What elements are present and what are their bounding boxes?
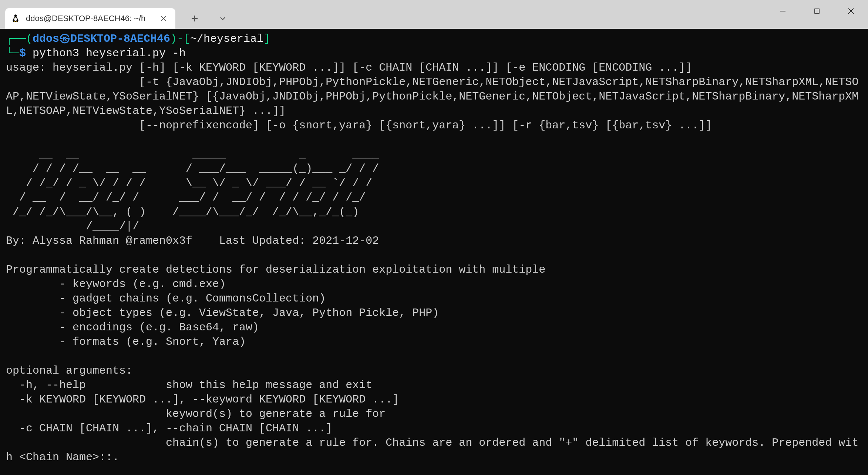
new-tab-button[interactable]: [187, 11, 202, 26]
prompt-host: DESKTOP-8AECH46: [70, 33, 170, 45]
opt-line: -k KEYWORD [KEYWORD ...], --keyword KEYW…: [6, 393, 862, 407]
prompt-user: ddos: [33, 33, 59, 45]
opt-header: optional arguments:: [6, 364, 862, 378]
tux-icon: [10, 13, 21, 24]
prompt-end: ]: [263, 33, 270, 45]
maximize-button[interactable]: [800, 0, 834, 22]
desc-bullet: - encodings (e.g. Base64, raw): [6, 320, 862, 335]
desc-bullet: - gadget chains (e.g. CommonsCollection): [6, 292, 862, 306]
tab-controls: [187, 11, 230, 26]
svg-rect-3: [815, 9, 819, 13]
svg-point-0: [14, 16, 15, 17]
desc-bullet: - keywords (e.g. cmd.exe): [6, 277, 862, 292]
desc-bullet: - formats (e.g. Snort, Yara): [6, 335, 862, 349]
tab-active[interactable]: ddos@DESKTOP-8AECH46: ~/h: [5, 8, 175, 29]
tab-title: ddos@DESKTOP-8AECH46: ~/h: [26, 14, 152, 23]
prompt-sep: ㉿: [59, 33, 70, 45]
prompt-close: )-[: [170, 33, 190, 45]
opt-line: -h, --help show this help message and ex…: [6, 378, 862, 393]
opt-line: -c CHAIN [CHAIN ...], --chain CHAIN [CHA…: [6, 421, 862, 436]
usage-text: usage: heyserial.py [-h] [-k KEYWORD [KE…: [6, 61, 862, 133]
desc-intro: Programmatically create detections for d…: [6, 263, 862, 277]
svg-point-2: [14, 17, 17, 21]
prompt-dollar: $: [19, 47, 33, 60]
blank2: [6, 248, 862, 263]
minimize-button[interactable]: [766, 0, 800, 22]
tab-dropdown-button[interactable]: [215, 11, 230, 26]
prompt-path: ~/heyserial: [190, 33, 263, 45]
opt-line: chain(s) to generate a rule for. Chains …: [6, 436, 862, 465]
desc-bullet: - object types (e.g. ViewState, Java, Py…: [6, 306, 862, 320]
window-controls: [766, 0, 868, 29]
terminal-body[interactable]: ┌──(ddos㉿DESKTOP-8AECH46)-[~/heyserial] …: [0, 29, 868, 475]
blank1: [6, 133, 862, 147]
byline: By: Alyssa Rahman @ramen0x3f Last Update…: [6, 234, 862, 248]
blank3: [6, 349, 862, 364]
prompt-line2: └─: [6, 47, 19, 60]
prompt-decor: ┌──(: [6, 33, 33, 45]
titlebar: ddos@DESKTOP-8AECH46: ~/h: [0, 0, 868, 29]
ascii-banner: __ __ _____ _ ____ / / / /__ __ __ / ___…: [6, 147, 862, 234]
svg-point-1: [16, 16, 17, 17]
opt-line: keyword(s) to generate a rule for: [6, 407, 862, 421]
terminal-window: ddos@DESKTOP-8AECH46: ~/h: [0, 0, 868, 475]
close-window-button[interactable]: [834, 0, 868, 22]
command-text: python3 heyserial.py -h: [33, 47, 186, 60]
tab-close-button[interactable]: [157, 12, 170, 25]
